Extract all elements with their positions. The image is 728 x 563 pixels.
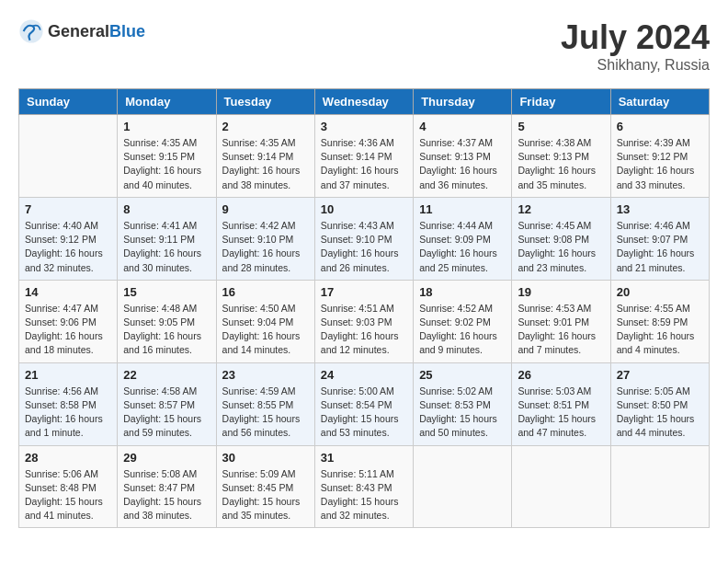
calendar-week-row: 14Sunrise: 4:47 AMSunset: 9:06 PMDayligh…: [19, 280, 710, 362]
calendar-cell: 31Sunrise: 5:11 AMSunset: 8:43 PMDayligh…: [314, 445, 413, 528]
day-number: 6: [617, 120, 703, 133]
calendar-week-row: 21Sunrise: 4:56 AMSunset: 8:58 PMDayligh…: [19, 362, 710, 445]
day-number: 15: [123, 285, 210, 299]
day-info: Sunrise: 4:41 AMSunset: 9:11 PMDaylight:…: [123, 219, 210, 275]
day-info: Sunrise: 5:06 AMSunset: 8:48 PMDaylight:…: [25, 467, 111, 523]
calendar-cell: 12Sunrise: 4:45 AMSunset: 9:08 PMDayligh…: [512, 197, 610, 280]
logo-text: GeneralBlue: [48, 22, 145, 41]
calendar-cell: [512, 445, 610, 528]
day-number: 3: [321, 120, 407, 133]
calendar-cell: 28Sunrise: 5:06 AMSunset: 8:48 PMDayligh…: [19, 445, 118, 528]
day-info: Sunrise: 4:36 AMSunset: 9:14 PMDaylight:…: [321, 136, 407, 192]
day-number: 30: [222, 451, 309, 465]
day-number: 16: [222, 285, 309, 299]
day-info: Sunrise: 4:51 AMSunset: 9:03 PMDaylight:…: [321, 302, 407, 358]
day-info: Sunrise: 4:44 AMSunset: 9:09 PMDaylight:…: [419, 219, 506, 275]
day-number: 11: [419, 202, 506, 216]
day-number: 25: [419, 368, 506, 382]
day-number: 28: [25, 451, 111, 465]
calendar-cell: 5Sunrise: 4:38 AMSunset: 9:13 PMDaylight…: [512, 115, 610, 198]
day-number: 2: [222, 120, 309, 133]
day-info: Sunrise: 5:02 AMSunset: 8:53 PMDaylight:…: [419, 385, 506, 441]
day-info: Sunrise: 5:11 AMSunset: 8:43 PMDaylight:…: [321, 467, 407, 523]
day-number: 26: [518, 368, 604, 382]
day-info: Sunrise: 4:47 AMSunset: 9:06 PMDaylight:…: [25, 302, 111, 358]
day-info: Sunrise: 4:39 AMSunset: 9:12 PMDaylight:…: [617, 136, 703, 192]
day-number: 19: [518, 285, 604, 299]
weekday-header-thursday: Thursday: [414, 89, 512, 115]
calendar-cell: [414, 445, 512, 528]
calendar-week-row: 28Sunrise: 5:06 AMSunset: 8:48 PMDayligh…: [19, 445, 710, 528]
day-info: Sunrise: 4:45 AMSunset: 9:08 PMDaylight:…: [518, 219, 604, 275]
day-info: Sunrise: 4:50 AMSunset: 9:04 PMDaylight:…: [222, 302, 309, 358]
weekday-header-saturday: Saturday: [610, 89, 709, 115]
weekday-header-monday: Monday: [118, 89, 216, 115]
day-number: 23: [222, 368, 309, 382]
day-number: 29: [123, 451, 210, 465]
day-info: Sunrise: 5:09 AMSunset: 8:45 PMDaylight:…: [222, 467, 309, 523]
day-number: 9: [222, 202, 309, 216]
logo-icon: [18, 18, 44, 44]
day-number: 5: [518, 120, 604, 133]
day-number: 12: [518, 202, 604, 216]
day-number: 27: [617, 368, 703, 382]
day-info: Sunrise: 4:48 AMSunset: 9:05 PMDaylight:…: [123, 302, 210, 358]
calendar-cell: 29Sunrise: 5:08 AMSunset: 8:47 PMDayligh…: [118, 445, 216, 528]
calendar-cell: 14Sunrise: 4:47 AMSunset: 9:06 PMDayligh…: [19, 280, 118, 362]
day-info: Sunrise: 4:42 AMSunset: 9:10 PMDaylight:…: [222, 219, 309, 275]
calendar-cell: 4Sunrise: 4:37 AMSunset: 9:13 PMDaylight…: [414, 115, 512, 198]
day-number: 24: [321, 368, 407, 382]
calendar-cell: 1Sunrise: 4:35 AMSunset: 9:15 PMDaylight…: [118, 115, 216, 198]
day-info: Sunrise: 4:35 AMSunset: 9:15 PMDaylight:…: [123, 136, 210, 192]
svg-point-0: [19, 19, 42, 42]
page-header: GeneralBlue July 2024 Shikhany, Russia: [18, 18, 710, 74]
logo-blue: Blue: [109, 22, 145, 40]
logo-general: General: [48, 22, 109, 40]
day-info: Sunrise: 4:55 AMSunset: 8:59 PMDaylight:…: [617, 302, 703, 358]
calendar-title: July 2024: [561, 18, 710, 57]
calendar-cell: 7Sunrise: 4:40 AMSunset: 9:12 PMDaylight…: [19, 197, 118, 280]
day-info: Sunrise: 4:40 AMSunset: 9:12 PMDaylight:…: [25, 219, 111, 275]
calendar-cell: 27Sunrise: 5:05 AMSunset: 8:50 PMDayligh…: [610, 362, 709, 445]
day-info: Sunrise: 4:46 AMSunset: 9:07 PMDaylight:…: [617, 219, 703, 275]
calendar-cell: 2Sunrise: 4:35 AMSunset: 9:14 PMDaylight…: [216, 115, 314, 198]
day-info: Sunrise: 5:00 AMSunset: 8:54 PMDaylight:…: [321, 385, 407, 441]
day-info: Sunrise: 4:58 AMSunset: 8:57 PMDaylight:…: [123, 385, 210, 441]
day-info: Sunrise: 4:56 AMSunset: 8:58 PMDaylight:…: [25, 385, 111, 441]
calendar-cell: 8Sunrise: 4:41 AMSunset: 9:11 PMDaylight…: [118, 197, 216, 280]
day-info: Sunrise: 4:52 AMSunset: 9:02 PMDaylight:…: [419, 302, 506, 358]
calendar-cell: 30Sunrise: 5:09 AMSunset: 8:45 PMDayligh…: [216, 445, 314, 528]
day-info: Sunrise: 5:05 AMSunset: 8:50 PMDaylight:…: [617, 385, 703, 441]
calendar-cell: 24Sunrise: 5:00 AMSunset: 8:54 PMDayligh…: [314, 362, 413, 445]
calendar-cell: 22Sunrise: 4:58 AMSunset: 8:57 PMDayligh…: [118, 362, 216, 445]
day-info: Sunrise: 5:03 AMSunset: 8:51 PMDaylight:…: [518, 385, 604, 441]
logo: GeneralBlue: [18, 18, 145, 44]
day-number: 4: [419, 120, 506, 133]
calendar-week-row: 7Sunrise: 4:40 AMSunset: 9:12 PMDaylight…: [19, 197, 710, 280]
day-info: Sunrise: 4:43 AMSunset: 9:10 PMDaylight:…: [321, 219, 407, 275]
day-number: 17: [321, 285, 407, 299]
day-number: 10: [321, 202, 407, 216]
calendar-cell: 15Sunrise: 4:48 AMSunset: 9:05 PMDayligh…: [118, 280, 216, 362]
calendar-location: Shikhany, Russia: [561, 57, 710, 74]
calendar-cell: 13Sunrise: 4:46 AMSunset: 9:07 PMDayligh…: [610, 197, 709, 280]
day-info: Sunrise: 4:37 AMSunset: 9:13 PMDaylight:…: [419, 136, 506, 192]
calendar-cell: 11Sunrise: 4:44 AMSunset: 9:09 PMDayligh…: [414, 197, 512, 280]
day-number: 1: [123, 120, 210, 133]
calendar-cell: 6Sunrise: 4:39 AMSunset: 9:12 PMDaylight…: [610, 115, 709, 198]
calendar-cell: 20Sunrise: 4:55 AMSunset: 8:59 PMDayligh…: [610, 280, 709, 362]
day-number: 31: [321, 451, 407, 465]
calendar-cell: 18Sunrise: 4:52 AMSunset: 9:02 PMDayligh…: [414, 280, 512, 362]
day-number: 20: [617, 285, 703, 299]
day-number: 22: [123, 368, 210, 382]
calendar-cell: [19, 115, 118, 198]
day-info: Sunrise: 5:08 AMSunset: 8:47 PMDaylight:…: [123, 467, 210, 523]
calendar-cell: 23Sunrise: 4:59 AMSunset: 8:55 PMDayligh…: [216, 362, 314, 445]
day-info: Sunrise: 4:53 AMSunset: 9:01 PMDaylight:…: [518, 302, 604, 358]
day-number: 13: [617, 202, 703, 216]
day-number: 7: [25, 202, 111, 216]
calendar-cell: 10Sunrise: 4:43 AMSunset: 9:10 PMDayligh…: [314, 197, 413, 280]
day-number: 18: [419, 285, 506, 299]
calendar-cell: [610, 445, 709, 528]
calendar-cell: 21Sunrise: 4:56 AMSunset: 8:58 PMDayligh…: [19, 362, 118, 445]
